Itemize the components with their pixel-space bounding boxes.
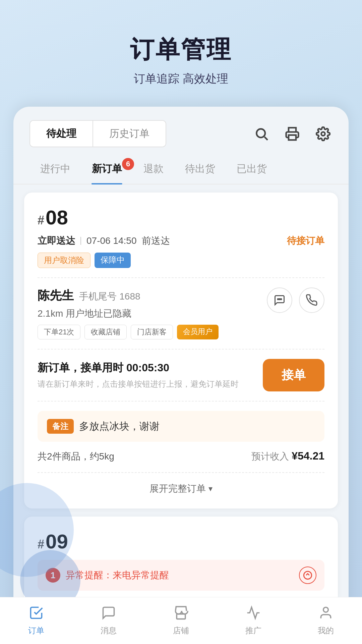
expand-label: 展开完整订单 xyxy=(149,482,206,495)
order-09-alert-row: 1 异常提醒：来电异常提醒 xyxy=(38,560,324,591)
sub-tab-group: 进行中 新订单 6 退款 待出货 已出货 xyxy=(13,154,349,184)
nav-label-orders: 订单 xyxy=(28,625,44,636)
order-08-delivery-info: 立即送达 07-06 14:50 前送达 xyxy=(38,234,170,247)
header: 订单管理 订单追踪 高效处理 xyxy=(0,0,362,107)
order-08-summary: 共2件商品，约5kg 预计收入 ¥54.21 xyxy=(38,450,324,463)
svg-rect-8 xyxy=(177,614,185,619)
subtab-shipped[interactable]: 已出货 xyxy=(226,154,278,184)
shop-nav-icon xyxy=(174,605,188,623)
divider-1 xyxy=(38,277,324,278)
customer-phone: 手机尾号 1688 xyxy=(79,291,140,302)
svg-point-0 xyxy=(256,129,265,138)
order-08-number: #08 xyxy=(38,206,324,229)
divider-3 xyxy=(38,401,324,401)
badge-new: 门店新客 xyxy=(131,325,173,339)
alert-up-btn[interactable] xyxy=(299,567,316,584)
tab-pending[interactable]: 待处理 xyxy=(30,121,93,147)
messages-nav-icon xyxy=(101,605,116,623)
badge-member: 会员用户 xyxy=(177,325,219,339)
promote-nav-icon xyxy=(246,605,261,623)
search-icon-btn[interactable] xyxy=(252,124,271,143)
subtab-pending-ship[interactable]: 待出货 xyxy=(174,154,226,184)
income-label: 预计收入 ¥54.21 xyxy=(251,450,324,463)
divider-2 xyxy=(38,349,324,350)
order-08-time: 07-06 14:50 xyxy=(86,235,136,246)
svg-point-3 xyxy=(321,132,325,136)
remark-box: 备注 多放点冰块，谢谢 xyxy=(38,411,324,442)
income-value: ¥54.21 xyxy=(292,450,324,462)
svg-point-7 xyxy=(304,571,311,579)
svg-rect-2 xyxy=(289,135,296,140)
customer-address: 2.1km 用户地址已隐藏 xyxy=(38,307,267,320)
main-tab-group: 待处理 历史订单 xyxy=(29,120,166,147)
badge-orders: 下单21次 xyxy=(38,325,80,339)
print-icon-btn[interactable] xyxy=(283,124,302,143)
badge-fav: 收藏店铺 xyxy=(84,325,127,339)
order-08-delivery-type: 立即送达 xyxy=(38,234,75,247)
nav-label-messages: 消息 xyxy=(101,625,117,636)
remark-label: 备注 xyxy=(47,419,74,434)
orders-nav-icon xyxy=(29,605,44,623)
nav-label-promote: 推广 xyxy=(245,625,261,636)
divider-4 xyxy=(38,472,324,473)
expand-order-row[interactable]: 展开完整订单 ▾ xyxy=(38,482,324,495)
order-08-customer-info: 陈先生 手机尾号 1688 2.1km 用户地址已隐藏 下单21次 收藏店铺 门… xyxy=(38,287,267,339)
customer-badges: 下单21次 收藏店铺 门店新客 会员用户 xyxy=(38,325,267,339)
subtab-new-order[interactable]: 新订单 6 xyxy=(81,154,133,184)
bottom-nav: 订单 消息 店铺 推广 xyxy=(0,597,362,644)
order-08-tags: 用户取消险 保障中 xyxy=(38,253,324,268)
tag-user-cancel: 用户取消险 xyxy=(38,253,90,268)
order-card-08: #08 立即送达 07-06 14:50 前送达 待接订单 用户取消险 保障中 xyxy=(24,193,338,508)
chat-icon-btn[interactable] xyxy=(267,287,292,313)
chevron-down-icon: ▾ xyxy=(208,484,213,493)
order-08-delivery-row: 立即送达 07-06 14:50 前送达 待接订单 xyxy=(38,234,324,247)
timer-text: 新订单，接单用时 00:05:30 xyxy=(38,361,253,375)
timer-hint: 请在新订单来时，点击接单按钮进行上报，避免订单延时 xyxy=(38,378,253,390)
top-icon-group xyxy=(252,124,333,143)
divider xyxy=(80,237,81,245)
svg-point-9 xyxy=(323,607,328,612)
order-08-timer-row: 新订单，接单用时 00:05:30 请在新订单来时，点击接单按钮进行上报，避免订… xyxy=(38,359,324,391)
new-order-badge: 6 xyxy=(122,158,134,170)
call-icon-btn[interactable] xyxy=(299,287,324,313)
nav-item-messages[interactable]: 消息 xyxy=(72,597,145,644)
nav-label-profile: 我的 xyxy=(318,625,334,636)
tag-protecting: 保障中 xyxy=(95,253,131,268)
order-08-time-label: 前送达 xyxy=(142,234,170,247)
alert-text: 异常提醒：来电异常提醒 xyxy=(66,569,169,582)
settings-icon-btn[interactable] xyxy=(314,124,333,143)
remark-text: 多放点冰块，谢谢 xyxy=(79,420,160,433)
svg-point-4 xyxy=(278,299,279,300)
goods-count: 共2件商品，约5kg xyxy=(38,450,114,463)
nav-item-promote[interactable]: 推广 xyxy=(217,597,290,644)
customer-name: 陈先生 xyxy=(38,288,74,302)
order-09-number: #09 xyxy=(38,530,324,553)
nav-item-profile[interactable]: 我的 xyxy=(290,597,362,644)
profile-nav-icon xyxy=(318,605,333,623)
order-08-status: 待接订单 xyxy=(287,234,324,247)
nav-item-orders[interactable]: 订单 xyxy=(0,597,72,644)
page-subtitle: 订单追踪 高效处理 xyxy=(0,71,362,87)
tab-history[interactable]: 历史订单 xyxy=(93,121,166,147)
order-08-customer-name-row: 陈先生 手机尾号 1688 xyxy=(38,287,267,304)
svg-line-1 xyxy=(264,137,267,140)
order-08-timer-info: 新订单，接单用时 00:05:30 请在新订单来时，点击接单按钮进行上报，避免订… xyxy=(38,361,253,390)
svg-point-5 xyxy=(279,299,280,300)
order-08-action-icons xyxy=(267,287,324,313)
accept-order-button[interactable]: 接单 xyxy=(263,359,324,391)
svg-point-6 xyxy=(281,299,282,300)
nav-item-shop[interactable]: 店铺 xyxy=(145,597,217,644)
nav-label-shop: 店铺 xyxy=(173,625,189,636)
page-title: 订单管理 xyxy=(0,34,362,66)
top-bar: 待处理 历史订单 xyxy=(13,107,349,154)
subtab-ongoing[interactable]: 进行中 xyxy=(29,154,81,184)
order-08-customer-row: 陈先生 手机尾号 1688 2.1km 用户地址已隐藏 下单21次 收藏店铺 门… xyxy=(38,287,324,339)
subtab-refund[interactable]: 退款 xyxy=(133,154,174,184)
